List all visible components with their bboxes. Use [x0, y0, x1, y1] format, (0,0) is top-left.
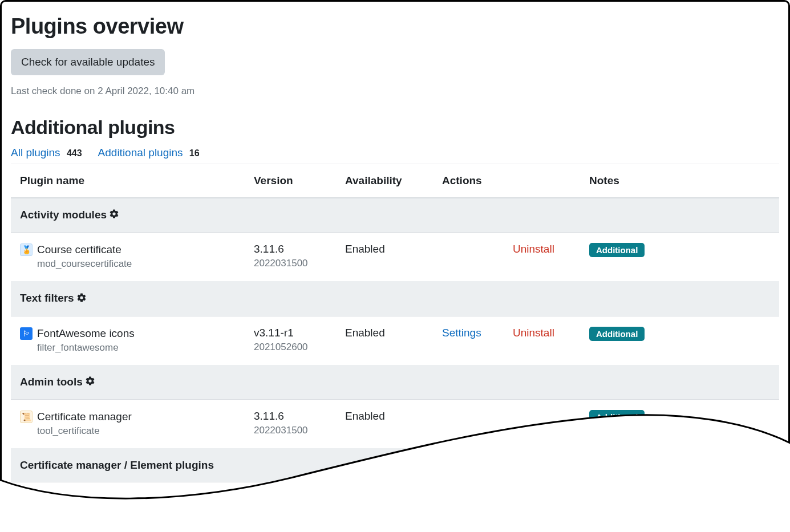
tab-additional-plugins-label: Additional plugins: [98, 147, 183, 159]
additional-plugins-heading: Additional plugins: [11, 116, 779, 139]
plugin-notes-cell: Additional: [580, 400, 779, 449]
check-updates-button[interactable]: Check for available updates: [11, 49, 165, 75]
plugin-tech-name: mod_coursecertificate: [37, 258, 236, 270]
additional-badge: Additional: [589, 243, 645, 257]
category-row: Activity modules: [11, 198, 779, 233]
gear-icon[interactable]: [85, 376, 95, 389]
plugin-version: 3.11.6: [254, 410, 284, 422]
col-plugin-name: Plugin name: [11, 164, 245, 198]
plugin-notes-cell: Additional: [580, 233, 779, 282]
plugin-name-cell: 📜Certificate managertool_certificate: [11, 400, 245, 449]
category-title: Text filters: [11, 282, 779, 316]
page-title: Plugins overview: [11, 14, 779, 39]
category-title: Activity modules: [11, 198, 779, 233]
plugin-version-sub: 2022031500: [254, 258, 327, 269]
table-header-row: Plugin name Version Availability Actions…: [11, 164, 779, 198]
plugin-version-sub: 2022031500: [254, 425, 327, 436]
tab-all-plugins[interactable]: All plugins 443: [11, 147, 82, 159]
col-actions: Actions: [433, 164, 580, 198]
table-row: 🏅Course certificatemod_coursecertificate…: [11, 233, 779, 282]
additional-badge: Additional: [589, 327, 645, 341]
col-notes: Notes: [580, 164, 779, 198]
plugin-tech-name: filter_fontawesome: [37, 342, 236, 354]
plugin-availability: Enabled: [336, 316, 433, 365]
plugin-availability: Enabled: [336, 400, 433, 449]
table-row: 📜Certificate managertool_certificate3.11…: [11, 400, 779, 449]
plugin-tabs: All plugins 443 Additional plugins 16: [11, 147, 779, 164]
plugin-version-sub: 2021052600: [254, 342, 327, 353]
table-row: 🏳FontAwesome iconsfilter_fontawesomev3.1…: [11, 316, 779, 365]
plugin-actions-cell: [433, 400, 580, 449]
plugin-version: 3.11.6: [254, 243, 284, 255]
plugin-version-cell: 3.11.62022031500: [245, 400, 336, 449]
plugin-version: v3.11-r1: [254, 327, 294, 339]
plugin-display-name: Course certificate: [37, 243, 121, 255]
uninstall-link[interactable]: Uninstall: [513, 327, 554, 339]
plugin-actions-cell: SettingsUninstall: [433, 316, 580, 365]
tab-additional-plugins[interactable]: Additional plugins 16: [98, 147, 200, 159]
plugin-notes-cell: Additional: [580, 316, 779, 365]
plugin-display-name: FontAwesome icons: [37, 327, 135, 339]
settings-link[interactable]: Settings: [442, 327, 481, 339]
category-row: Certificate manager / Element plugins: [11, 449, 779, 482]
category-row: Admin tools: [11, 365, 779, 399]
plugin-availability: Enabled: [336, 233, 433, 282]
plugin-name-cell: 🏅Course certificatemod_coursecertificate: [11, 233, 245, 282]
plugin-display-name: Certificate manager: [37, 411, 132, 423]
gear-icon[interactable]: [109, 209, 119, 222]
gear-icon[interactable]: [76, 293, 87, 306]
tab-additional-plugins-count: 16: [189, 148, 200, 158]
category-title: Certificate manager / Element plugins: [11, 449, 779, 482]
plugin-actions-cell: Uninstall: [433, 233, 580, 282]
last-check-text: Last check done on 2 April 2022, 10:40 a…: [11, 86, 779, 97]
plugins-overview-page: Plugins overview Check for available upd…: [0, 0, 790, 507]
category-row: Text filters: [11, 282, 779, 316]
plugin-name-cell: 🏳FontAwesome iconsfilter_fontawesome: [11, 316, 245, 365]
additional-badge: Additional: [589, 410, 645, 424]
plugins-table: Plugin name Version Availability Actions…: [11, 164, 779, 482]
plugin-version-cell: v3.11-r12021052600: [245, 316, 336, 365]
col-version: Version: [245, 164, 336, 198]
tab-all-plugins-count: 443: [67, 148, 82, 158]
col-availability: Availability: [336, 164, 433, 198]
tab-all-plugins-label: All plugins: [11, 147, 60, 159]
uninstall-link[interactable]: Uninstall: [513, 243, 554, 255]
plugin-version-cell: 3.11.62022031500: [245, 233, 336, 282]
category-title: Admin tools: [11, 365, 779, 399]
plugin-tech-name: tool_certificate: [37, 425, 236, 437]
